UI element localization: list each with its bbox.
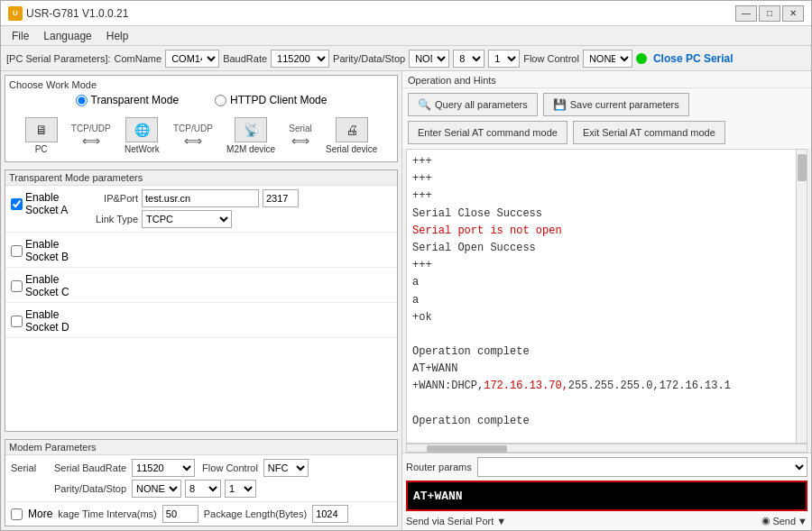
socket-d-checkbox[interactable] bbox=[11, 316, 23, 327]
send-via-serial-button[interactable]: Send via Serial Port ▼ bbox=[406, 516, 506, 526]
pkg-time-input[interactable] bbox=[162, 505, 198, 523]
minimize-button[interactable]: — bbox=[735, 5, 757, 22]
m2m-icon: 📡 bbox=[235, 117, 267, 142]
enter-serial-label: Enter Serial AT command mode bbox=[418, 127, 558, 138]
log-line-wann-result: +WANN:DHCP,172.16.13.70,255.255.255.0,17… bbox=[412, 378, 801, 395]
modem-flow-select[interactable]: NFC bbox=[263, 459, 309, 477]
transparent-params-section: Transparent Mode parameters EnableSocket… bbox=[5, 169, 398, 432]
vertical-scrollbar[interactable] bbox=[796, 150, 807, 443]
close-button[interactable]: ✕ bbox=[782, 5, 804, 22]
socket-c-section: EnableSocket C bbox=[5, 268, 397, 303]
parity-select[interactable]: NON bbox=[409, 50, 449, 68]
horizontal-scrollbar[interactable] bbox=[406, 444, 807, 453]
op-buttons-row1: 🔍 Query all parameters 💾 Save current pa… bbox=[402, 88, 811, 121]
work-mode-section: Choose Work Mode Transparent Mode HTTPD … bbox=[5, 75, 398, 162]
arrow-label-1: TCP/UDP bbox=[71, 124, 111, 133]
link-type-label: Link Type bbox=[88, 214, 138, 224]
save-icon: 💾 bbox=[553, 98, 567, 111]
modem-bits1-select[interactable]: 1 bbox=[225, 480, 256, 498]
enter-serial-button[interactable]: Enter Serial AT command mode bbox=[408, 121, 567, 144]
send-dropdown-icon: ▼ bbox=[798, 516, 807, 526]
socket-c-label: EnableSocket C bbox=[25, 273, 69, 298]
bottom-section: Router params Send via Serial Port ▼ ◉ bbox=[402, 453, 811, 530]
maximize-button[interactable]: □ bbox=[759, 5, 780, 22]
left-panel: Choose Work Mode Transparent Mode HTTPD … bbox=[1, 71, 402, 530]
network-icon: 🌐 bbox=[125, 117, 158, 142]
socket-a-ip-row: IP&Port bbox=[88, 189, 299, 207]
socket-b-label: EnableSocket B bbox=[25, 238, 69, 263]
socket-a-section: EnableSocket A IP&Port Link Type bbox=[5, 186, 397, 233]
socket-a-fields: IP&Port Link Type TCPC bbox=[88, 189, 299, 228]
socket-c-row: EnableSocket C bbox=[11, 271, 392, 298]
save-current-button[interactable]: 💾 Save current parameters bbox=[543, 93, 689, 116]
arrow-tcpudp-1: TCP/UDP ⟺ bbox=[71, 124, 111, 148]
device-m2m: 📡 M2M device bbox=[226, 117, 275, 154]
more-checkbox[interactable] bbox=[11, 508, 23, 520]
socket-b-row: EnableSocket B bbox=[11, 236, 392, 263]
socket-a-enable: EnableSocket A bbox=[11, 189, 83, 216]
modem-parity-select[interactable]: NONE bbox=[132, 480, 181, 498]
work-mode-row: Transparent Mode HTTPD Client Mode bbox=[9, 94, 393, 106]
menu-file[interactable]: File bbox=[5, 28, 36, 44]
socket-b-enable: EnableSocket B bbox=[11, 236, 83, 263]
right-panel: Operation and Hints 🔍 Query all paramete… bbox=[402, 71, 811, 530]
socket-a-linktype-row: Link Type TCPC bbox=[88, 210, 299, 228]
transparent-mode-radio[interactable]: Transparent Mode bbox=[76, 94, 180, 106]
pkg-len-input[interactable] bbox=[312, 505, 348, 523]
log-line-serial-open: Serial Open Success bbox=[412, 240, 801, 257]
socket-d-section: EnableSocket D bbox=[5, 303, 397, 338]
exit-serial-button[interactable]: Exit Serial AT command mode bbox=[573, 121, 725, 144]
baud-rate-select[interactable]: 115200 bbox=[271, 50, 329, 68]
baud-rate-label: BaudRate bbox=[223, 53, 267, 64]
modem-bits8-select[interactable]: 8 bbox=[185, 480, 221, 498]
httpd-mode-radio[interactable]: HTTPD Client Mode bbox=[215, 94, 327, 106]
modem-baud-select[interactable]: 11520 bbox=[132, 459, 195, 477]
log-line-op-complete1: Operation complete bbox=[412, 343, 801, 361]
pkg-len-label: Package Length(Bytes) bbox=[204, 508, 307, 519]
window-title: USR-G781 V1.0.0.21 bbox=[26, 7, 128, 20]
modem-params-title: Modem Parameters bbox=[5, 440, 397, 455]
save-current-label: Save current parameters bbox=[570, 99, 679, 110]
menu-bar: File Language Help bbox=[1, 26, 811, 46]
at-command-input[interactable] bbox=[406, 481, 807, 511]
modem-flow-label: Flow Control bbox=[202, 462, 258, 473]
socket-c-checkbox[interactable] bbox=[11, 280, 23, 292]
bits8-select[interactable]: 8 bbox=[453, 50, 484, 68]
log-line-a1: a bbox=[412, 274, 801, 291]
h-scroll-thumb[interactable] bbox=[427, 445, 507, 453]
arrow-tcpudp-2: TCP/UDP ⟺ bbox=[173, 124, 213, 148]
log-line-serial-close: Serial Close Success bbox=[412, 206, 801, 223]
socket-a-ip-input[interactable] bbox=[142, 189, 259, 207]
flow-control-select[interactable]: NONE bbox=[583, 50, 632, 68]
pc-label: PC bbox=[35, 144, 48, 154]
socket-a-linktype-select[interactable]: TCPC bbox=[142, 210, 232, 228]
log-line-a2: a bbox=[412, 292, 801, 309]
close-pc-serial-button[interactable]: Close PC Serial bbox=[653, 52, 734, 65]
com-port-select[interactable]: COM14 bbox=[165, 50, 219, 68]
pkg-time-label: kage Time Interva(ms) bbox=[58, 508, 156, 519]
exit-serial-label: Exit Serial AT command mode bbox=[583, 127, 715, 138]
socket-a-port-input[interactable] bbox=[263, 189, 299, 207]
wann-rest: 255.255.255.0,172.16.13.1 bbox=[568, 380, 731, 392]
transparent-params-title: Transparent Mode parameters bbox=[5, 170, 397, 186]
log-line-op-complete2: Operation complete bbox=[412, 413, 801, 430]
device-serial: 🖨 Serial device bbox=[326, 117, 377, 154]
log-line-2: +++ bbox=[412, 170, 801, 188]
router-params-select[interactable] bbox=[477, 457, 807, 477]
log-line-1: +++ bbox=[412, 153, 801, 170]
connection-led bbox=[636, 53, 647, 64]
query-icon: 🔍 bbox=[418, 98, 431, 111]
log-line-3: +++ bbox=[412, 188, 801, 205]
menu-help[interactable]: Help bbox=[99, 28, 136, 44]
socket-b-checkbox[interactable] bbox=[11, 245, 23, 257]
scroll-thumb[interactable] bbox=[798, 154, 807, 181]
parity-label: Parity/Data/Stop bbox=[333, 53, 405, 64]
bits1-select[interactable]: 1 bbox=[488, 50, 520, 68]
query-all-button[interactable]: 🔍 Query all parameters bbox=[408, 93, 538, 116]
operation-hints-title: Operation and Hints bbox=[402, 71, 811, 88]
menu-language[interactable]: Language bbox=[36, 28, 98, 44]
serial-label: Serial device bbox=[326, 144, 377, 154]
socket-a-checkbox[interactable] bbox=[11, 198, 23, 210]
log-line-serial-not-open: Serial port is not open bbox=[412, 223, 801, 240]
send-button[interactable]: ◉ Send ▼ bbox=[761, 515, 807, 526]
